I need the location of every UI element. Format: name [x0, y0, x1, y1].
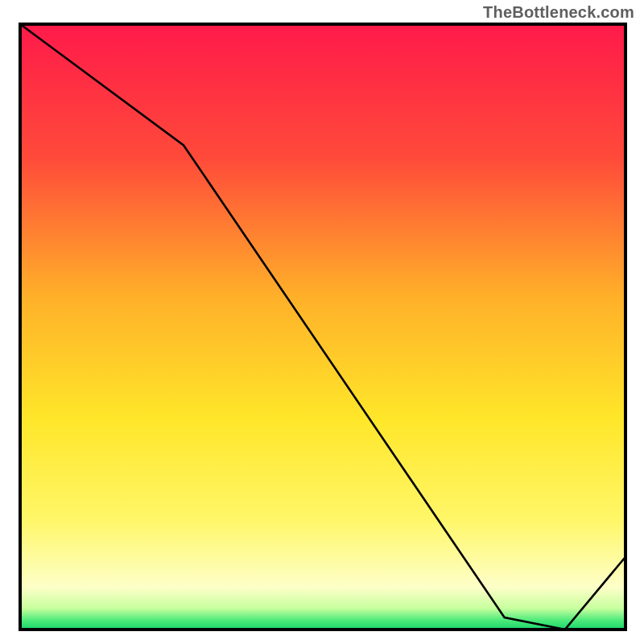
plot-area [20, 24, 625, 630]
bottleneck-chart [0, 0, 644, 644]
attribution-text: TheBottleneck.com [483, 3, 634, 22]
gradient-background [20, 24, 625, 630]
